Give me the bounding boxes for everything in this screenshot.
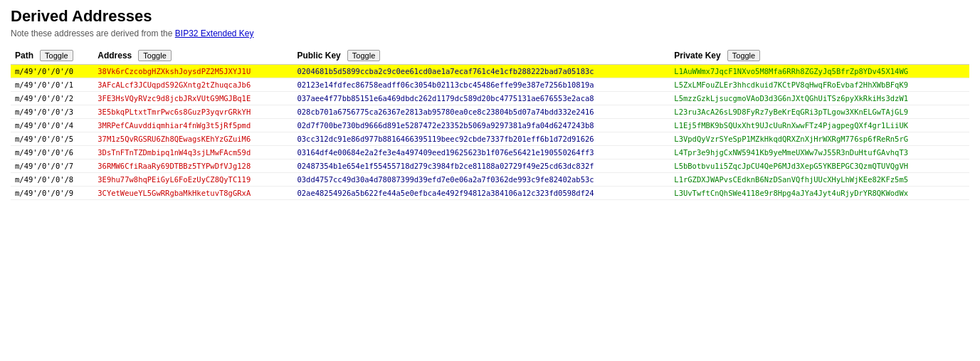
pubkey-toggle-button[interactable]: Toggle xyxy=(347,50,380,61)
cell-pubkey: 037aee4f77bb85151e6a469dbdc262d1179dc589… xyxy=(293,92,670,105)
th-address: Address Toggle xyxy=(93,47,293,65)
cell-path: m/49'/0'/0'/0 xyxy=(11,65,93,78)
table-row: m/49'/0'/0'/63DsTnFTnTZDmbipq1nW4q3sjLMw… xyxy=(11,146,969,159)
privkey-toggle-button[interactable]: Toggle xyxy=(727,50,760,61)
cell-pubkey: 02487354b1e654e1f55455718d279c3984fb2ce8… xyxy=(293,159,670,173)
address-toggle-button[interactable]: Toggle xyxy=(138,50,171,61)
cell-address: 3CYetWeueYL5GwRRgbaMkHketuvT8gGRxA xyxy=(93,187,293,200)
cell-address: 37M1z5QvRGSRU6Zh8QEwagsKEhYzGZuiM6 xyxy=(93,132,293,146)
th-pubkey: Public Key Toggle xyxy=(293,47,670,65)
cell-privkey: L1AuWWmx7JqcF1NXvo5M8Mfa6RRh8ZGZyJq5BfrZ… xyxy=(670,65,969,78)
table-row: m/49'/0'/0'/43MRPefCAuvddiqmhiar4fnWg3t5… xyxy=(11,119,969,132)
table-row: m/49'/0'/0'/038Vk6rCzcobgHZXkshJoysdPZ2M… xyxy=(11,65,969,78)
table-row: m/49'/0'/0'/33E5bkqPLtxtTmrPwc6s8GuzP3yq… xyxy=(11,105,969,119)
cell-address: 36RMW6CfiRaaRy69DTBBz5TYPwDfVJg128 xyxy=(93,159,293,173)
cell-path: m/49'/0'/0'/7 xyxy=(11,159,93,173)
cell-path: m/49'/0'/0'/2 xyxy=(11,92,93,105)
cell-address: 3MRPefCAuvddiqmhiar4fnWg3t5jRf5pmd xyxy=(93,119,293,132)
bip32-link[interactable]: BIP32 Extended Key xyxy=(175,28,254,38)
cell-privkey: L5mzzGzkLjsucgmoVAoD3d3G6nJXtQGhUiTSz6py… xyxy=(670,92,969,105)
cell-path: m/49'/0'/0'/1 xyxy=(11,78,93,92)
cell-path: m/49'/0'/0'/8 xyxy=(11,173,93,187)
cell-pubkey: 02d7f700be730bd9666d891e5287472e23352b50… xyxy=(293,119,670,132)
cell-path: m/49'/0'/0'/4 xyxy=(11,119,93,132)
cell-privkey: L1Ej5fMBK9bSQUxXht9UJcUuRnXwwFTz4Pjagpeg… xyxy=(670,119,969,132)
th-path: Path Toggle xyxy=(11,47,93,65)
cell-address: 3FE3HsVQyRVzc9d8jcbJRxVUtG9MGJBq1E xyxy=(93,92,293,105)
th-privkey: Private Key Toggle xyxy=(670,47,969,65)
table-row: m/49'/0'/0'/13AFcALcf3JCUqpdS92GXntg2tZh… xyxy=(11,78,969,92)
cell-path: m/49'/0'/0'/5 xyxy=(11,132,93,146)
cell-pubkey: 0204681b5d5899ccba2c9c0ee61cd0ae1a7ecaf7… xyxy=(293,65,670,78)
cell-address: 3DsTnFTnTZDmbipq1nW4q3sjLMwFAcm59d xyxy=(93,146,293,159)
cell-address: 3AFcALcf3JCUqpdS92GXntg2tZhuqcaJb6 xyxy=(93,78,293,92)
cell-pubkey: 02ae48254926a5b622fe44a5e0efbca4e492f948… xyxy=(293,187,670,200)
table-row: m/49'/0'/0'/83E9hu77w8hqPEiGyL6FoEzUyCZ8… xyxy=(11,173,969,187)
page-subtitle: Note these addresses are derived from th… xyxy=(11,28,969,38)
cell-pubkey: 02123e14fdfec86758eadff06c3054b02113cbc4… xyxy=(293,78,670,92)
cell-pubkey: 03dd4757cc49d30a4d78087399d39efd7e0e06a2… xyxy=(293,173,670,187)
cell-privkey: L5bBotbvu1i5ZqcJpCU4QeP6MJd3XepG5YKBEPGC… xyxy=(670,159,969,173)
cell-pubkey: 03164df4e00684e2a2fe3e4a497409eed1962562… xyxy=(293,146,670,159)
table-row: m/49'/0'/0'/93CYetWeueYL5GwRRgbaMkHketuv… xyxy=(11,187,969,200)
page-title: Derived Addresses xyxy=(11,7,969,26)
cell-address: 3E9hu77w8hqPEiGyL6FoEzUyCZ8QyTC119 xyxy=(93,173,293,187)
cell-path: m/49'/0'/0'/6 xyxy=(11,146,93,159)
cell-pubkey: 028cb701a6756775ca26367e2813ab95780ea0ce… xyxy=(293,105,670,119)
cell-address: 38Vk6rCzcobgHZXkshJoysdPZ2M5JXYJ1U xyxy=(93,65,293,78)
table-row: m/49'/0'/0'/537M1z5QvRGSRU6Zh8QEwagsKEhY… xyxy=(11,132,969,146)
derived-addresses-table: Path Toggle Address Toggle Public Key To… xyxy=(11,47,969,200)
cell-privkey: L4Tpr3e9hjgCxNW5941Kb9yeMmeUXWw7wJ55R3nD… xyxy=(670,146,969,159)
table-row: m/49'/0'/0'/736RMW6CfiRaaRy69DTBBz5TYPwD… xyxy=(11,159,969,173)
path-toggle-button[interactable]: Toggle xyxy=(40,50,73,61)
cell-privkey: L3VpdQyVzrSYeSpP1MZkHkqdQRXZnXjHrWXRgM77… xyxy=(670,132,969,146)
cell-path: m/49'/0'/0'/9 xyxy=(11,187,93,200)
cell-privkey: L3UvTwftCnQhSWe4118e9r8Hpg4aJYa4Jyt4uRjy… xyxy=(670,187,969,200)
cell-path: m/49'/0'/0'/3 xyxy=(11,105,93,119)
cell-privkey: L5ZxLMFouZLEr3hhcdkuid7KCtPV8qHwqFRoEvba… xyxy=(670,78,969,92)
cell-address: 3E5bkqPLtxtTmrPwc6s8GuzP3yqvrGRkYH xyxy=(93,105,293,119)
cell-privkey: L23ru3AcA26sL9D8FyRz7yBeKrEqGRi3pTLgow3X… xyxy=(670,105,969,119)
cell-privkey: L1rGZDXJWAPvsCEdknB6NzDSanVQfhjUUcXHyLhW… xyxy=(670,173,969,187)
table-row: m/49'/0'/0'/23FE3HsVQyRVzc9d8jcbJRxVUtG9… xyxy=(11,92,969,105)
cell-pubkey: 03cc312dc91e86d977b8816466395119beec92cb… xyxy=(293,132,670,146)
